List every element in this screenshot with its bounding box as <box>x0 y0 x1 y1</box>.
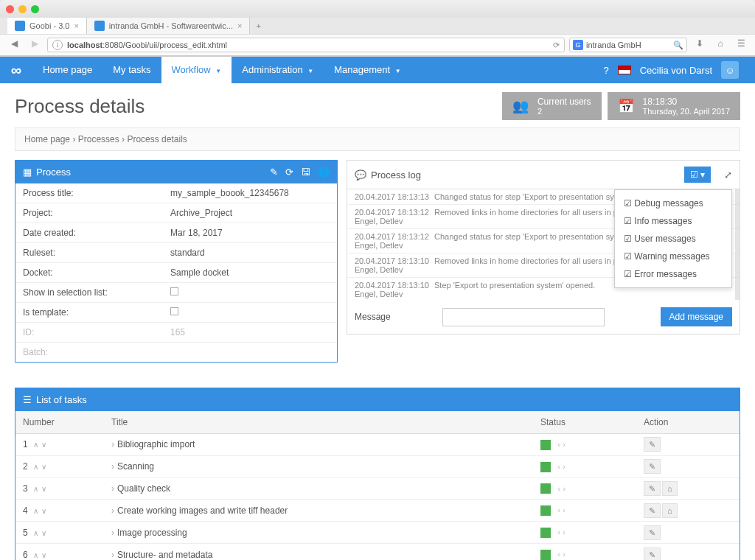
expand-icon[interactable]: › <box>111 461 114 472</box>
field-label: Process title: <box>23 188 170 198</box>
download-icon[interactable]: ⬇ <box>692 38 708 52</box>
move-down-icon[interactable]: ∨ <box>41 507 46 515</box>
move-down-icon[interactable]: ∨ <box>41 551 46 559</box>
nav-administration[interactable]: Administration ▼ <box>232 57 324 83</box>
move-down-icon[interactable]: ∨ <box>41 529 46 537</box>
refresh-icon[interactable]: ⟳ <box>285 167 293 178</box>
status-next[interactable]: › <box>563 440 566 449</box>
home-action[interactable]: ⌂ <box>662 503 678 518</box>
move-up-icon[interactable]: ∧ <box>33 463 38 471</box>
move-down-icon[interactable]: ∨ <box>41 485 46 493</box>
close-tab-icon[interactable]: × <box>237 21 242 30</box>
scrollbar[interactable] <box>735 189 740 300</box>
maximize-window[interactable] <box>31 5 39 13</box>
expand-icon[interactable]: ⤢ <box>724 169 732 181</box>
search-icon[interactable]: 🔍 <box>673 41 683 50</box>
status-prev[interactable]: ‹ <box>557 550 560 559</box>
username[interactable]: Cecilia von Darst <box>640 65 712 76</box>
status-prev[interactable]: ‹ <box>557 528 560 536</box>
move-down-icon[interactable]: ∨ <box>41 441 46 449</box>
edit-action[interactable]: ✎ <box>644 503 661 518</box>
help-icon[interactable]: ? <box>604 65 609 76</box>
save-icon[interactable]: 🖫 <box>301 167 310 178</box>
status-square <box>540 505 551 516</box>
user-avatar[interactable]: ☺ <box>721 61 739 79</box>
crumb[interactable]: Processes <box>78 134 119 144</box>
crumb[interactable]: Home page <box>24 134 70 144</box>
home-icon[interactable]: ⌂ <box>712 38 728 52</box>
nav-workflow[interactable]: Workflow ▼ <box>161 57 232 83</box>
edit-icon[interactable]: ✎ <box>270 167 278 178</box>
status-next[interactable]: › <box>563 550 566 559</box>
language-flag[interactable] <box>618 66 631 74</box>
reload-icon[interactable]: ⟳ <box>553 41 560 50</box>
expand-icon[interactable]: › <box>111 439 114 449</box>
close-tab-icon[interactable]: × <box>74 21 78 30</box>
status-next[interactable]: › <box>563 528 566 536</box>
nav-management[interactable]: Management ▼ <box>324 57 411 83</box>
filter-option[interactable]: Info messages <box>615 212 731 230</box>
task-number: 6 <box>23 550 28 560</box>
globe-icon[interactable]: 🌐 <box>318 167 330 178</box>
field-label: Docket: <box>23 267 170 278</box>
move-up-icon[interactable]: ∧ <box>33 485 38 493</box>
field-value <box>170 347 330 357</box>
browser-tab[interactable]: Goobi - 3.0× <box>7 18 87 34</box>
checkbox[interactable] <box>170 287 178 295</box>
status-next[interactable]: › <box>563 484 566 493</box>
edit-action[interactable]: ✎ <box>644 547 661 560</box>
checkbox[interactable] <box>170 307 178 315</box>
expand-icon[interactable]: › <box>111 550 114 560</box>
process-panel-title: Process <box>36 167 71 178</box>
grid-icon: ▦ <box>23 167 32 178</box>
edit-action[interactable]: ✎ <box>644 459 661 474</box>
add-message-button[interactable]: Add message <box>661 307 732 326</box>
task-title: Scanning <box>117 461 154 472</box>
field-value <box>170 287 330 298</box>
expand-icon[interactable]: › <box>111 483 114 494</box>
crumb[interactable]: Process details <box>127 134 187 144</box>
forward-button[interactable]: ▶ <box>27 38 43 52</box>
site-info-icon[interactable]: i <box>52 40 63 50</box>
nav-my-tasks[interactable]: My tasks <box>102 57 161 83</box>
col-number: Number <box>15 411 104 434</box>
move-up-icon[interactable]: ∧ <box>33 507 38 515</box>
process-row: Project:Archive_Project <box>15 203 337 223</box>
expand-icon[interactable]: › <box>111 528 114 538</box>
task-title: Quality check <box>117 483 170 494</box>
filter-option[interactable]: User messages <box>615 230 731 248</box>
browser-search[interactable]: G intranda GmbH 🔍 <box>569 38 687 52</box>
move-up-icon[interactable]: ∧ <box>33 441 38 449</box>
move-up-icon[interactable]: ∧ <box>33 551 38 559</box>
status-prev[interactable]: ‹ <box>557 505 560 514</box>
nav-home-page[interactable]: Home page <box>32 57 102 83</box>
menu-icon[interactable]: ☰ <box>733 38 749 52</box>
status-next[interactable]: › <box>563 505 566 514</box>
message-input[interactable] <box>442 308 605 326</box>
close-window[interactable] <box>6 5 14 13</box>
status-square <box>540 528 551 538</box>
edit-action[interactable]: ✎ <box>644 437 661 452</box>
status-prev[interactable]: ‹ <box>557 462 560 471</box>
new-tab-button[interactable]: + <box>250 21 266 30</box>
filter-option[interactable]: Warning messages <box>615 248 731 265</box>
app-logo[interactable]: ∞ <box>0 57 32 83</box>
calendar-icon: 📅 <box>618 98 634 114</box>
move-up-icon[interactable]: ∧ <box>33 529 38 537</box>
filter-option[interactable]: Debug messages <box>615 195 731 212</box>
back-button[interactable]: ◀ <box>6 38 22 52</box>
log-filter-button[interactable]: ☑ ▾ <box>684 167 711 183</box>
status-prev[interactable]: ‹ <box>557 440 560 449</box>
edit-action[interactable]: ✎ <box>644 481 661 496</box>
filter-option[interactable]: Error messages <box>615 265 731 283</box>
status-next[interactable]: › <box>563 462 566 471</box>
browser-tab[interactable]: intranda GmbH - Softwareentwic...× <box>87 18 251 34</box>
status-prev[interactable]: ‹ <box>557 484 560 493</box>
expand-icon[interactable]: › <box>111 505 114 516</box>
minimize-window[interactable] <box>18 5 27 13</box>
move-down-icon[interactable]: ∨ <box>41 463 46 471</box>
edit-action[interactable]: ✎ <box>644 525 661 540</box>
tasks-panel: ☰ List of tasks Number Title Status Acti… <box>15 388 740 560</box>
url-bar[interactable]: i localhost:8080/Goobi/uii/process_edit.… <box>47 38 565 52</box>
home-action[interactable]: ⌂ <box>662 481 678 496</box>
